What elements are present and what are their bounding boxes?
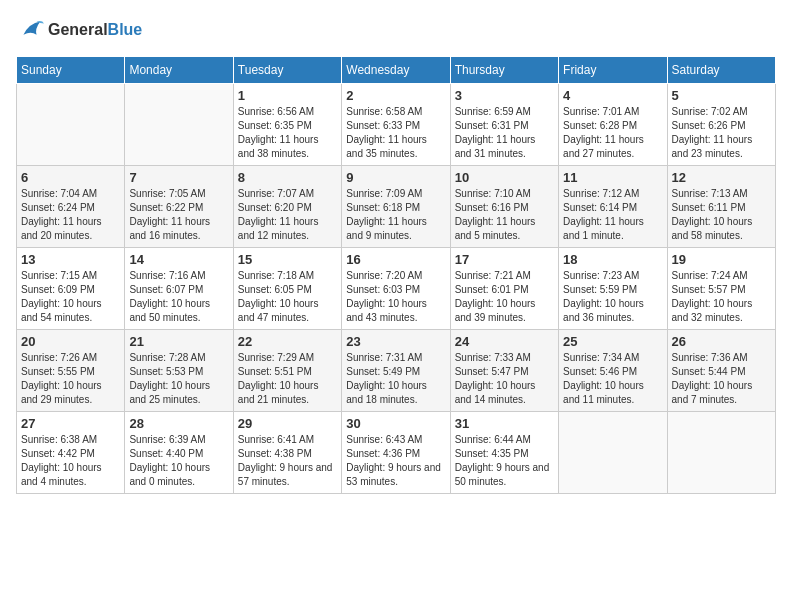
calendar-cell: 20Sunrise: 7:26 AM Sunset: 5:55 PM Dayli… xyxy=(17,330,125,412)
day-number: 5 xyxy=(672,88,771,103)
day-info: Sunrise: 7:07 AM Sunset: 6:20 PM Dayligh… xyxy=(238,187,337,243)
day-header-thursday: Thursday xyxy=(450,57,558,84)
day-info: Sunrise: 7:33 AM Sunset: 5:47 PM Dayligh… xyxy=(455,351,554,407)
calendar-cell: 15Sunrise: 7:18 AM Sunset: 6:05 PM Dayli… xyxy=(233,248,341,330)
calendar-week-row: 27Sunrise: 6:38 AM Sunset: 4:42 PM Dayli… xyxy=(17,412,776,494)
calendar-cell: 29Sunrise: 6:41 AM Sunset: 4:38 PM Dayli… xyxy=(233,412,341,494)
calendar-cell: 17Sunrise: 7:21 AM Sunset: 6:01 PM Dayli… xyxy=(450,248,558,330)
calendar-table: SundayMondayTuesdayWednesdayThursdayFrid… xyxy=(16,56,776,494)
day-info: Sunrise: 7:12 AM Sunset: 6:14 PM Dayligh… xyxy=(563,187,662,243)
calendar-cell: 8Sunrise: 7:07 AM Sunset: 6:20 PM Daylig… xyxy=(233,166,341,248)
day-number: 1 xyxy=(238,88,337,103)
day-number: 11 xyxy=(563,170,662,185)
day-info: Sunrise: 7:23 AM Sunset: 5:59 PM Dayligh… xyxy=(563,269,662,325)
calendar-cell: 2Sunrise: 6:58 AM Sunset: 6:33 PM Daylig… xyxy=(342,84,450,166)
calendar-cell: 28Sunrise: 6:39 AM Sunset: 4:40 PM Dayli… xyxy=(125,412,233,494)
calendar-cell: 9Sunrise: 7:09 AM Sunset: 6:18 PM Daylig… xyxy=(342,166,450,248)
calendar-week-row: 13Sunrise: 7:15 AM Sunset: 6:09 PM Dayli… xyxy=(17,248,776,330)
day-number: 26 xyxy=(672,334,771,349)
calendar-cell: 21Sunrise: 7:28 AM Sunset: 5:53 PM Dayli… xyxy=(125,330,233,412)
day-number: 8 xyxy=(238,170,337,185)
day-number: 10 xyxy=(455,170,554,185)
page-header: GeneralBlue xyxy=(16,16,776,44)
day-number: 14 xyxy=(129,252,228,267)
calendar-cell: 16Sunrise: 7:20 AM Sunset: 6:03 PM Dayli… xyxy=(342,248,450,330)
logo-text: GeneralBlue xyxy=(48,21,142,39)
day-number: 13 xyxy=(21,252,120,267)
day-info: Sunrise: 7:28 AM Sunset: 5:53 PM Dayligh… xyxy=(129,351,228,407)
day-number: 16 xyxy=(346,252,445,267)
day-info: Sunrise: 7:04 AM Sunset: 6:24 PM Dayligh… xyxy=(21,187,120,243)
calendar-cell: 14Sunrise: 7:16 AM Sunset: 6:07 PM Dayli… xyxy=(125,248,233,330)
logo-bird-icon xyxy=(16,16,44,44)
day-number: 27 xyxy=(21,416,120,431)
calendar-cell: 5Sunrise: 7:02 AM Sunset: 6:26 PM Daylig… xyxy=(667,84,775,166)
day-number: 21 xyxy=(129,334,228,349)
day-info: Sunrise: 6:39 AM Sunset: 4:40 PM Dayligh… xyxy=(129,433,228,489)
calendar-cell: 27Sunrise: 6:38 AM Sunset: 4:42 PM Dayli… xyxy=(17,412,125,494)
day-info: Sunrise: 6:44 AM Sunset: 4:35 PM Dayligh… xyxy=(455,433,554,489)
day-number: 20 xyxy=(21,334,120,349)
calendar-cell: 23Sunrise: 7:31 AM Sunset: 5:49 PM Dayli… xyxy=(342,330,450,412)
day-number: 3 xyxy=(455,88,554,103)
day-info: Sunrise: 7:26 AM Sunset: 5:55 PM Dayligh… xyxy=(21,351,120,407)
day-number: 29 xyxy=(238,416,337,431)
calendar-cell xyxy=(17,84,125,166)
day-info: Sunrise: 7:20 AM Sunset: 6:03 PM Dayligh… xyxy=(346,269,445,325)
day-number: 31 xyxy=(455,416,554,431)
day-info: Sunrise: 7:02 AM Sunset: 6:26 PM Dayligh… xyxy=(672,105,771,161)
day-number: 9 xyxy=(346,170,445,185)
calendar-cell: 26Sunrise: 7:36 AM Sunset: 5:44 PM Dayli… xyxy=(667,330,775,412)
day-header-sunday: Sunday xyxy=(17,57,125,84)
day-info: Sunrise: 7:01 AM Sunset: 6:28 PM Dayligh… xyxy=(563,105,662,161)
calendar-cell xyxy=(667,412,775,494)
day-number: 17 xyxy=(455,252,554,267)
day-header-friday: Friday xyxy=(559,57,667,84)
calendar-cell: 12Sunrise: 7:13 AM Sunset: 6:11 PM Dayli… xyxy=(667,166,775,248)
day-header-tuesday: Tuesday xyxy=(233,57,341,84)
day-header-wednesday: Wednesday xyxy=(342,57,450,84)
calendar-cell: 11Sunrise: 7:12 AM Sunset: 6:14 PM Dayli… xyxy=(559,166,667,248)
day-info: Sunrise: 7:13 AM Sunset: 6:11 PM Dayligh… xyxy=(672,187,771,243)
day-number: 15 xyxy=(238,252,337,267)
calendar-cell: 10Sunrise: 7:10 AM Sunset: 6:16 PM Dayli… xyxy=(450,166,558,248)
day-info: Sunrise: 6:43 AM Sunset: 4:36 PM Dayligh… xyxy=(346,433,445,489)
calendar-cell: 3Sunrise: 6:59 AM Sunset: 6:31 PM Daylig… xyxy=(450,84,558,166)
day-info: Sunrise: 6:58 AM Sunset: 6:33 PM Dayligh… xyxy=(346,105,445,161)
day-info: Sunrise: 7:18 AM Sunset: 6:05 PM Dayligh… xyxy=(238,269,337,325)
logo: GeneralBlue xyxy=(16,16,142,44)
day-info: Sunrise: 7:36 AM Sunset: 5:44 PM Dayligh… xyxy=(672,351,771,407)
calendar-cell: 13Sunrise: 7:15 AM Sunset: 6:09 PM Dayli… xyxy=(17,248,125,330)
day-number: 18 xyxy=(563,252,662,267)
calendar-cell: 31Sunrise: 6:44 AM Sunset: 4:35 PM Dayli… xyxy=(450,412,558,494)
day-info: Sunrise: 6:59 AM Sunset: 6:31 PM Dayligh… xyxy=(455,105,554,161)
calendar-cell xyxy=(559,412,667,494)
day-info: Sunrise: 7:10 AM Sunset: 6:16 PM Dayligh… xyxy=(455,187,554,243)
calendar-cell: 22Sunrise: 7:29 AM Sunset: 5:51 PM Dayli… xyxy=(233,330,341,412)
day-number: 4 xyxy=(563,88,662,103)
day-info: Sunrise: 7:16 AM Sunset: 6:07 PM Dayligh… xyxy=(129,269,228,325)
calendar-week-row: 1Sunrise: 6:56 AM Sunset: 6:35 PM Daylig… xyxy=(17,84,776,166)
day-info: Sunrise: 7:21 AM Sunset: 6:01 PM Dayligh… xyxy=(455,269,554,325)
day-number: 12 xyxy=(672,170,771,185)
calendar-cell: 18Sunrise: 7:23 AM Sunset: 5:59 PM Dayli… xyxy=(559,248,667,330)
day-header-saturday: Saturday xyxy=(667,57,775,84)
calendar-week-row: 6Sunrise: 7:04 AM Sunset: 6:24 PM Daylig… xyxy=(17,166,776,248)
day-info: Sunrise: 6:38 AM Sunset: 4:42 PM Dayligh… xyxy=(21,433,120,489)
day-number: 19 xyxy=(672,252,771,267)
day-info: Sunrise: 7:24 AM Sunset: 5:57 PM Dayligh… xyxy=(672,269,771,325)
day-info: Sunrise: 7:29 AM Sunset: 5:51 PM Dayligh… xyxy=(238,351,337,407)
calendar-header-row: SundayMondayTuesdayWednesdayThursdayFrid… xyxy=(17,57,776,84)
day-number: 28 xyxy=(129,416,228,431)
calendar-cell: 4Sunrise: 7:01 AM Sunset: 6:28 PM Daylig… xyxy=(559,84,667,166)
calendar-cell: 7Sunrise: 7:05 AM Sunset: 6:22 PM Daylig… xyxy=(125,166,233,248)
day-info: Sunrise: 6:41 AM Sunset: 4:38 PM Dayligh… xyxy=(238,433,337,489)
day-info: Sunrise: 7:34 AM Sunset: 5:46 PM Dayligh… xyxy=(563,351,662,407)
calendar-cell: 6Sunrise: 7:04 AM Sunset: 6:24 PM Daylig… xyxy=(17,166,125,248)
day-info: Sunrise: 6:56 AM Sunset: 6:35 PM Dayligh… xyxy=(238,105,337,161)
day-number: 23 xyxy=(346,334,445,349)
day-number: 25 xyxy=(563,334,662,349)
day-info: Sunrise: 7:31 AM Sunset: 5:49 PM Dayligh… xyxy=(346,351,445,407)
day-header-monday: Monday xyxy=(125,57,233,84)
calendar-cell: 30Sunrise: 6:43 AM Sunset: 4:36 PM Dayli… xyxy=(342,412,450,494)
